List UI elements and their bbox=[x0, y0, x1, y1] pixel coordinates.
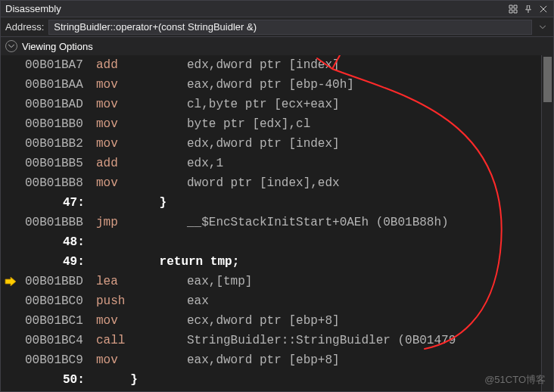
mnemonic: mov bbox=[96, 98, 187, 111]
address: 00B01BC9 bbox=[20, 353, 96, 367]
instruction-pointer-icon[interactable] bbox=[1, 277, 20, 286]
titlebar: Disassembly bbox=[1, 1, 553, 17]
pin-icon[interactable] bbox=[523, 4, 534, 14]
mnemonic: add bbox=[96, 58, 187, 72]
address: 00B01BAA bbox=[20, 78, 96, 92]
address-label: Address: bbox=[5, 21, 44, 33]
window-position-icon[interactable] bbox=[508, 4, 518, 14]
asm-line[interactable]: 00B01BB5addedx,1 bbox=[1, 154, 541, 173]
mnemonic: mov bbox=[96, 78, 187, 92]
mnemonic: jmp bbox=[96, 216, 187, 229]
mnemonic: mov bbox=[96, 314, 187, 328]
asm-line[interactable]: 00B01BC9moveax,dword ptr [ebp+8] bbox=[1, 350, 541, 370]
asm-line[interactable]: 00B01BA7addedx,dword ptr [index] bbox=[1, 55, 541, 75]
source-line[interactable]: 48: bbox=[1, 232, 541, 252]
operands: dword ptr [index],edx bbox=[187, 176, 340, 190]
address: 00B01BB0 bbox=[20, 117, 96, 131]
mnemonic: mov bbox=[96, 137, 187, 151]
operands: ecx,dword ptr [ebp+8] bbox=[187, 314, 340, 328]
address-bar: Address: bbox=[1, 17, 553, 37]
source-code: } bbox=[116, 373, 138, 387]
viewing-options-toggle[interactable]: Viewing Options bbox=[1, 37, 553, 55]
source-line[interactable]: 49: return tmp; bbox=[1, 252, 541, 272]
mnemonic: push bbox=[96, 294, 187, 308]
operands: byte ptr [edx],cl bbox=[187, 117, 310, 131]
disassembly-panel: Disassembly Address: Viewing Options 00B… bbox=[0, 0, 554, 392]
source-code: } bbox=[116, 196, 167, 210]
address: 00B01BC1 bbox=[20, 314, 96, 328]
address: 00B01BAD bbox=[20, 98, 96, 111]
asm-line[interactable]: 00B01BADmovcl,byte ptr [ecx+eax] bbox=[1, 95, 541, 114]
operands: edx,1 bbox=[187, 157, 223, 170]
source-code: return tmp; bbox=[116, 255, 239, 269]
address: 00B01BB8 bbox=[20, 176, 96, 190]
mnemonic: add bbox=[96, 157, 187, 170]
source-line-number: 50: bbox=[20, 373, 116, 387]
address: 00B01BBD bbox=[20, 275, 96, 288]
source-line[interactable]: 50: } bbox=[1, 370, 541, 390]
asm-line[interactable]: 00B01BAAmoveax,dword ptr [ebp-40h] bbox=[1, 75, 541, 95]
asm-line[interactable]: 00B01BB0movbyte ptr [edx],cl bbox=[1, 114, 541, 134]
asm-line[interactable]: 00B01BC1movecx,dword ptr [ebp+8] bbox=[1, 311, 541, 331]
operands: eax,dword ptr [ebp+8] bbox=[187, 353, 340, 367]
source-line-number: 48: bbox=[20, 235, 116, 249]
operands: StringBuidler::StringBuidler (0B01479 bbox=[187, 334, 456, 347]
operands: eax,[tmp] bbox=[187, 275, 252, 288]
address: 00B01BC4 bbox=[20, 334, 96, 347]
operands: eax bbox=[187, 294, 209, 308]
address: 00B01BBB bbox=[20, 216, 96, 229]
address: 00B01BB2 bbox=[20, 137, 96, 151]
panel-title: Disassembly bbox=[5, 3, 61, 14]
mnemonic: call bbox=[96, 334, 187, 347]
asm-line[interactable]: 00B01BB2movedx,dword ptr [index] bbox=[1, 134, 541, 154]
address: 00B01BC0 bbox=[20, 294, 96, 308]
viewing-options-label: Viewing Options bbox=[22, 41, 93, 52]
asm-line[interactable]: 00B01BB8movdword ptr [index],edx bbox=[1, 173, 541, 193]
asm-line[interactable]: 00B01BC4callStringBuidler::StringBuidler… bbox=[1, 331, 541, 350]
asm-line[interactable]: 00B01BBBjmp__$EncStackInitStart+0AEh (0B… bbox=[1, 213, 541, 232]
source-line-number: 49: bbox=[20, 255, 116, 269]
close-icon[interactable] bbox=[538, 4, 549, 14]
address-dropdown-icon[interactable] bbox=[537, 20, 549, 35]
source-line[interactable]: 47: } bbox=[1, 193, 541, 213]
disassembly-listing: 00B01BA7addedx,dword ptr [index]00B01BAA… bbox=[1, 55, 553, 391]
operands: edx,dword ptr [index] bbox=[187, 137, 340, 151]
operands: edx,dword ptr [index] bbox=[187, 58, 340, 72]
mnemonic: mov bbox=[96, 353, 187, 367]
address: 00B01BA7 bbox=[20, 58, 96, 72]
mnemonic: lea bbox=[96, 275, 187, 288]
operands: cl,byte ptr [ecx+eax] bbox=[187, 98, 340, 111]
asm-line[interactable]: 00B01BBDleaeax,[tmp] bbox=[1, 272, 541, 291]
mnemonic: mov bbox=[96, 176, 187, 190]
vertical-scrollbar[interactable]: ▲ bbox=[541, 55, 553, 391]
asm-line[interactable]: 00B01BC0pusheax bbox=[1, 291, 541, 311]
source-line-number: 47: bbox=[20, 196, 116, 210]
chevron-down-icon bbox=[5, 40, 17, 52]
operands: __$EncStackInitStart+0AEh (0B01B88h) bbox=[187, 216, 449, 229]
operands: eax,dword ptr [ebp-40h] bbox=[187, 78, 354, 92]
address: 00B01BB5 bbox=[20, 157, 96, 170]
scrollbar-thumb[interactable] bbox=[543, 57, 552, 102]
address-input[interactable] bbox=[48, 20, 532, 35]
mnemonic: mov bbox=[96, 117, 187, 131]
